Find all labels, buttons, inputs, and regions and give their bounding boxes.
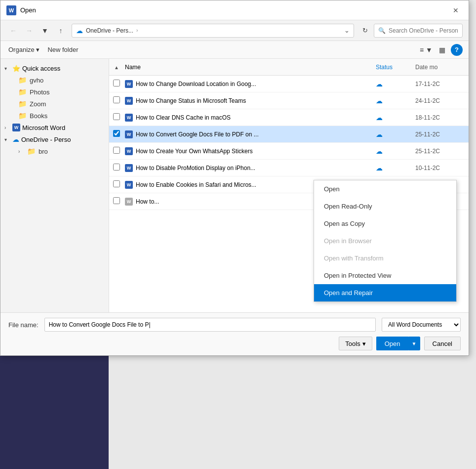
- table-row-selected[interactable]: W How to Convert Google Docs File to PDF…: [109, 126, 469, 143]
- row-check: [113, 164, 125, 172]
- tools-label: Tools: [345, 340, 360, 347]
- quick-access-header[interactable]: ▾ ⭐ Quick access: [0, 63, 109, 74]
- filetype-select[interactable]: All Word Documents: [382, 318, 461, 332]
- quick-access-chevron: ▾: [4, 66, 10, 71]
- close-button[interactable]: ✕: [449, 3, 463, 17]
- dropdown-open-repair[interactable]: Open and Repair: [314, 284, 456, 301]
- view-grid-button[interactable]: ▦: [435, 43, 449, 57]
- word-file-icon: W: [125, 147, 133, 155]
- new-folder-button[interactable]: New folder: [45, 45, 80, 54]
- nav-toolbar: ← → ▼ ↑ ☁ OneDrive - Pers... › ⌄ ↻ 🔍: [0, 20, 469, 41]
- row-status: ☁: [376, 80, 415, 88]
- address-chevron: ⌄: [344, 27, 350, 34]
- row-checkbox[interactable]: [113, 96, 120, 103]
- star-icon: ⭐: [12, 65, 20, 72]
- organize-button[interactable]: Organize ▾: [6, 45, 41, 54]
- quick-access-label: Quick access: [22, 65, 60, 72]
- file-name-text: How to Disable ProMotion Display on iPho…: [136, 165, 255, 171]
- table-row[interactable]: W How to Change Download Location in Goo…: [109, 76, 469, 92]
- row-name: W How to Convert Google Docs File to PDF…: [125, 130, 376, 138]
- microsoft-word-label: Microsoft Word: [22, 124, 65, 131]
- sidebar-item-label: bro: [39, 148, 48, 155]
- microsoft-word-header[interactable]: › W Microsoft Word: [0, 122, 109, 133]
- sidebar-item-gvho[interactable]: 📁 gvho: [12, 74, 109, 86]
- row-date: 18-11-2C: [415, 114, 465, 121]
- sidebar-item-zoom[interactable]: 📁 Zoom: [12, 98, 109, 110]
- dropdown-open-copy[interactable]: Open as Copy: [314, 215, 456, 232]
- folder-icon: 📁: [18, 76, 27, 84]
- dropdown-open-protected[interactable]: Open in Protected View: [314, 267, 456, 284]
- row-checkbox[interactable]: [113, 197, 120, 204]
- refresh-button[interactable]: ↻: [358, 24, 372, 38]
- word-icon: W: [6, 5, 16, 15]
- row-checkbox[interactable]: [113, 130, 120, 137]
- word-file-icon: W: [125, 181, 133, 189]
- word-file-icon: W: [125, 130, 133, 138]
- action-bar-right: ≡ ▼ ▦ ?: [419, 43, 463, 57]
- table-row[interactable]: W How to Clear DNS Cache in macOS ☁ 18-1…: [109, 109, 469, 126]
- folder-icon: 📁: [27, 147, 36, 155]
- title-bar-left: W Open: [6, 5, 449, 15]
- sidebar: ▾ ⭐ Quick access 📁 gvho 📁 Photos 📁 Zoom: [0, 59, 109, 312]
- collapse-button[interactable]: ▲: [113, 64, 120, 71]
- forward-button[interactable]: →: [22, 24, 36, 38]
- row-check: [113, 80, 125, 88]
- file-name-text: How to Convert Google Docs File to PDF o…: [136, 131, 259, 138]
- row-check: [113, 147, 125, 155]
- address-text: OneDrive - Pers...: [86, 27, 133, 34]
- row-date: 24-11-2C: [415, 97, 465, 104]
- up-button[interactable]: ↑: [54, 24, 68, 38]
- tools-arrow: ▾: [362, 340, 366, 347]
- file-name-text: How to...: [136, 198, 159, 205]
- col-status-header: Status: [376, 64, 415, 71]
- table-row[interactable]: W How to Change Status in Microsoft Team…: [109, 92, 469, 109]
- file-list-header: ▲ Name Status Date mo: [109, 59, 469, 76]
- tools-button[interactable]: Tools ▾: [339, 337, 372, 350]
- open-arrow-button[interactable]: ▼: [408, 337, 420, 350]
- word-file-icon: W: [125, 114, 133, 122]
- word-file-icon: W: [125, 80, 133, 88]
- file-name-text: How to Clear DNS Cache in macOS: [136, 114, 231, 121]
- sidebar-item-bro[interactable]: › 📁 bro: [12, 145, 109, 157]
- back-button[interactable]: ←: [6, 24, 20, 38]
- row-name: W How to Change Download Location in Goo…: [125, 80, 376, 88]
- table-row[interactable]: W How to Create Your Own WhatsApp Sticke…: [109, 143, 469, 160]
- onedrive-header[interactable]: ▾ ☁ OneDrive - Perso: [0, 133, 109, 145]
- row-checkbox[interactable]: [113, 164, 120, 171]
- table-row[interactable]: W How to Disable ProMotion Display on iP…: [109, 160, 469, 176]
- col-date-header: Date mo: [415, 64, 465, 71]
- open-dialog: W Open ✕ ← → ▼ ↑ ☁ OneDrive - Pers... › …: [0, 0, 469, 356]
- bottom-panel: File name: All Word Documents Tools ▾ Op…: [0, 312, 469, 355]
- search-input[interactable]: [389, 27, 458, 34]
- row-checkbox[interactable]: [113, 180, 120, 187]
- row-status: ☁: [376, 114, 415, 122]
- view-list-button[interactable]: ≡ ▼: [419, 43, 433, 57]
- search-icon: 🔍: [378, 27, 386, 34]
- filename-label: File name:: [8, 321, 39, 329]
- dialog-title: Open: [20, 6, 36, 14]
- row-checkbox[interactable]: [113, 113, 120, 120]
- address-bar[interactable]: ☁ OneDrive - Pers... › ⌄: [72, 24, 354, 38]
- help-button[interactable]: ?: [451, 44, 463, 56]
- sidebar-item-photos[interactable]: 📁 Photos: [12, 86, 109, 98]
- row-name: W How to Disable ProMotion Display on iP…: [125, 164, 376, 172]
- row-date: 10-11-2C: [415, 165, 465, 171]
- header-check: ▲: [113, 63, 125, 71]
- filename-input[interactable]: [44, 318, 376, 332]
- row-check: [113, 96, 125, 105]
- file-name-text: How to Change Download Location in Goog.…: [136, 81, 256, 87]
- cancel-button[interactable]: Cancel: [424, 337, 461, 350]
- sidebar-item-label: Books: [30, 112, 47, 120]
- quick-access-items: 📁 gvho 📁 Photos 📁 Zoom 📁 Books: [0, 74, 109, 122]
- row-checkbox[interactable]: [113, 80, 120, 86]
- dropdown-open-readonly[interactable]: Open Read-Only: [314, 198, 456, 215]
- folder-icon: 📁: [18, 100, 27, 108]
- address-arrow: ›: [136, 28, 138, 33]
- dropdown-open[interactable]: Open: [314, 180, 456, 198]
- bro-chevron: ›: [18, 149, 24, 154]
- row-date: 25-11-2C: [415, 131, 465, 138]
- row-checkbox[interactable]: [113, 147, 120, 154]
- open-main-button[interactable]: Open: [376, 337, 408, 350]
- sidebar-item-books[interactable]: 📁 Books: [12, 110, 109, 122]
- dropdown-button[interactable]: ▼: [38, 24, 52, 38]
